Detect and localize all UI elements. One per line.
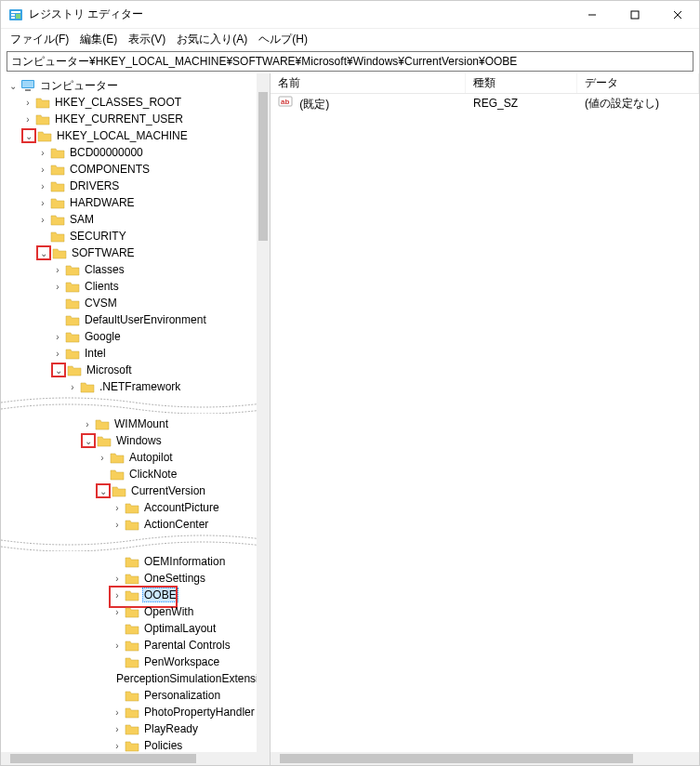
scrollbar-thumb[interactable] [10,754,196,763]
chevron-right-icon[interactable]: › [36,146,49,159]
tree-node[interactable]: ›DRIVERS [36,178,270,194]
tree-node[interactable]: ›.NETFramework [66,378,270,395]
chevron-right-icon[interactable]: › [111,639,124,652]
tree-node[interactable]: ›Clients [51,278,270,295]
tree-node[interactable]: ›AccountPicture [111,499,270,516]
tree-node-hkcu[interactable]: › HKEY_CURRENT_USER [21,111,270,127]
tree-node-currentversion[interactable]: ⌄ CurrentVersion [96,482,270,499]
column-header-name[interactable]: 名前 [271,73,466,93]
tree-node[interactable]: Personalization [111,687,270,704]
tree-vertical-scrollbar[interactable] [257,73,270,752]
tree-node[interactable]: ›WIMMount [81,416,270,432]
chevron-right-icon[interactable]: › [96,451,109,464]
folder-icon [50,213,65,226]
tree-node[interactable]: ›Parental Controls [111,637,270,654]
chevron-down-icon[interactable]: ⌄ [7,79,20,92]
tree-label: Google [83,330,123,343]
chevron-right-icon[interactable]: › [36,163,49,176]
tree-node[interactable]: ClickNote [96,466,270,482]
menu-help[interactable]: ヘルプ(H) [255,30,311,49]
maximize-button[interactable] [614,1,656,29]
tree-node[interactable]: PenWorkspace [111,654,270,670]
menu-edit[interactable]: 編集(E) [76,30,121,49]
tree-node[interactable]: ›SAM [36,211,270,228]
chevron-right-icon[interactable]: › [21,112,34,125]
column-header-data[interactable]: データ [577,73,699,93]
tree-node-computer[interactable]: ⌄ コンピューター [7,77,270,94]
tree-node-oobe[interactable]: ›OOBE [111,587,270,603]
tree-node[interactable]: PerceptionSimulationExtensions [111,670,270,687]
chevron-right-icon[interactable]: › [51,263,64,276]
chevron-right-icon[interactable]: › [111,588,124,601]
tree-node[interactable]: ›OneSettings [111,570,270,587]
tree-label: PenWorkspace [142,655,221,668]
chevron-right-icon[interactable]: › [111,605,124,618]
chevron-right-icon[interactable]: › [111,501,124,514]
content-cut-separator [1,397,270,414]
tree-node-microsoft[interactable]: ⌄ Microsoft [51,362,270,378]
chevron-down-icon[interactable]: ⌄ [36,245,51,260]
chevron-down-icon[interactable]: ⌄ [81,433,96,448]
tree-node[interactable]: ›HARDWARE [36,194,270,211]
tree-label: SOFTWARE [70,246,137,259]
folder-icon [65,313,80,326]
chevron-right-icon[interactable]: › [111,722,124,735]
tree-node-software[interactable]: ⌄ SOFTWARE [36,244,270,261]
tree-node[interactable]: ›OpenWith [111,603,270,620]
tree-node[interactable]: ›PlayReady [111,720,270,737]
chevron-right-icon[interactable]: › [36,196,49,209]
minimize-button[interactable] [571,1,614,29]
folder-icon [67,363,82,376]
tree-node-hkcr[interactable]: › HKEY_CLASSES_ROOT [21,94,270,111]
chevron-down-icon[interactable]: ⌄ [51,363,66,377]
chevron-right-icon[interactable]: › [111,572,124,585]
tree-label: Personalization [142,689,222,702]
scrollbar-thumb[interactable] [280,754,633,763]
chevron-right-icon[interactable]: › [111,706,124,719]
menu-favorites[interactable]: お気に入り(A) [173,30,251,49]
folder-icon [65,330,80,343]
tree-node[interactable]: OEMInformation [111,553,270,570]
tree-node[interactable]: ›COMPONENTS [36,161,270,178]
tree-node[interactable]: ›Autopilot [96,449,270,466]
tree-node[interactable]: ›PhotoPropertyHandler [111,704,270,720]
chevron-right-icon[interactable]: › [51,280,64,293]
chevron-right-icon[interactable]: › [51,347,64,360]
tree-node[interactable]: ›Classes [51,261,270,278]
list-row[interactable]: ab (既定) REG_SZ (値の設定なし) [271,94,699,112]
registry-tree[interactable]: ⌄ コンピューター › HKEY_CLASSES_ROOT [1,77,270,395]
tree-label: COMPONENTS [68,163,152,176]
tree-node[interactable]: ›ActionCenter [111,516,270,533]
chevron-right-icon[interactable]: › [36,213,49,226]
chevron-right-icon[interactable]: › [111,518,124,531]
close-button[interactable] [656,1,699,29]
chevron-right-icon[interactable]: › [36,179,49,192]
tree-node-windows[interactable]: ⌄ Windows [81,432,270,449]
address-bar[interactable]: コンピューター¥HKEY_LOCAL_MACHINE¥SOFTWARE¥Micr… [7,51,693,72]
column-header-type[interactable]: 種類 [466,73,577,93]
menu-file[interactable]: ファイル(F) [7,30,73,49]
chevron-right-icon[interactable]: › [111,739,124,752]
folder-icon [110,451,125,464]
folder-icon [50,230,65,243]
tree-label: WIMMount [112,417,170,430]
chevron-right-icon[interactable]: › [81,417,94,430]
list-horizontal-scrollbar[interactable] [271,752,699,765]
chevron-down-icon[interactable]: ⌄ [21,128,36,143]
tree-node[interactable]: ›BCD00000000 [36,144,270,161]
tree-node[interactable]: ›Google [51,328,270,345]
tree-node[interactable]: ›Intel [51,345,270,362]
tree-node[interactable]: DefaultUserEnvironment [51,311,270,328]
menu-view[interactable]: 表示(V) [125,30,169,49]
tree-node[interactable]: SECURITY [36,228,270,244]
chevron-down-icon[interactable]: ⌄ [96,483,111,498]
chevron-right-icon[interactable]: › [66,380,79,393]
tree-node-hklm[interactable]: ⌄ HKEY_LOCAL_MACHINE [21,127,270,144]
chevron-right-icon[interactable]: › [21,96,34,109]
tree-node[interactable]: CVSM [51,295,270,311]
tree-node[interactable]: OptimalLayout [111,620,270,637]
chevron-right-icon[interactable]: › [51,330,64,343]
scrollbar-thumb[interactable] [258,92,268,241]
tree-horizontal-scrollbar[interactable] [1,752,270,765]
window-controls [571,1,699,29]
